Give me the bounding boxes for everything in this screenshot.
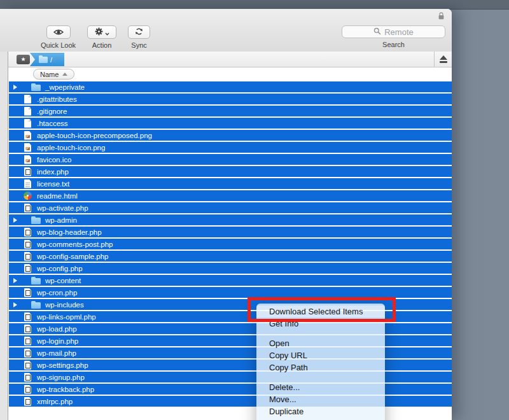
table-row[interactable]: wp-load.php: [9, 323, 452, 334]
disclosure-triangle-icon[interactable]: [13, 85, 25, 90]
table-row[interactable]: wp-mail.php: [9, 347, 452, 358]
table-row[interactable]: wp-config-sample.php: [9, 251, 452, 262]
image-icon: [22, 155, 33, 165]
table-row[interactable]: .gitattributes: [9, 94, 452, 104]
folder-icon: [31, 276, 41, 286]
file-name: wp-trackback.php: [37, 386, 94, 393]
menu-item-open[interactable]: Open: [256, 337, 385, 349]
php-icon: [22, 372, 33, 382]
table-row[interactable]: wp-links-opml.php: [9, 311, 452, 322]
menu-item-download-selected-items[interactable]: Download Selected Items: [256, 305, 385, 318]
file-name: wp-includes: [45, 301, 84, 309]
menu-item-copy-path[interactable]: Copy Path: [256, 361, 385, 374]
main-pane: ★ / Name _wpeprivate.gi: [8, 52, 452, 420]
column-header-name[interactable]: Name: [33, 69, 74, 80]
toolbar-button-group: Quick Look Action: [41, 25, 150, 49]
menu-item-get-info[interactable]: Get Info: [256, 318, 385, 330]
table-row[interactable]: wp-cron.php: [9, 287, 452, 298]
table-row[interactable]: license.txt: [9, 178, 452, 189]
disclosure-triangle-icon[interactable]: [13, 218, 25, 223]
sync-button[interactable]: [128, 25, 150, 39]
column-header-label: Name: [40, 71, 59, 78]
table-row[interactable]: .gitignore: [9, 106, 452, 116]
html-icon: [22, 191, 33, 201]
search-area: Remote Search: [342, 25, 445, 48]
file-name: wp-settings.php: [37, 361, 88, 369]
folder-icon: [31, 82, 41, 92]
php-icon: [22, 360, 33, 370]
star-icon: ★: [20, 56, 25, 62]
table-row[interactable]: wp-trackback.php: [9, 384, 452, 395]
quick-look-label: Quick Look: [41, 41, 76, 49]
sort-ascending-icon: [62, 73, 67, 76]
table-row[interactable]: wp-signup.php: [9, 372, 452, 382]
table-row[interactable]: wp-includes: [9, 299, 452, 310]
magnifier-icon: [373, 26, 381, 38]
php-icon: [22, 203, 33, 213]
php-icon: [22, 251, 33, 262]
php-icon: [22, 348, 33, 358]
php-icon: [22, 384, 33, 395]
table-row[interactable]: favicon.ico: [9, 154, 452, 165]
php-icon: [22, 336, 33, 346]
file-name: wp-mail.php: [37, 349, 76, 357]
search-label: Search: [382, 41, 405, 48]
file-name: wp-comments-post.php: [37, 241, 113, 248]
table-row[interactable]: _wpeprivate: [9, 81, 452, 92]
sync-item: Sync: [128, 25, 150, 49]
gear-icon: [95, 27, 103, 38]
eject-button[interactable]: [434, 52, 452, 67]
action-label: Action: [92, 41, 112, 49]
txt-icon: [22, 179, 33, 189]
file-name: wp-login.php: [37, 337, 78, 345]
table-row[interactable]: wp-activate.php: [9, 202, 452, 213]
file-name: .htaccess: [37, 120, 68, 127]
table-row[interactable]: apple-touch-icon.png: [9, 142, 452, 153]
file-name: wp-blog-header.php: [37, 228, 102, 236]
sync-arrows-icon: [135, 27, 143, 38]
table-row[interactable]: xmlrpc.php: [9, 396, 452, 407]
table-row[interactable]: wp-admin: [9, 214, 452, 225]
php-icon: [22, 239, 33, 249]
menu-item-delete[interactable]: Delete...: [256, 381, 385, 393]
table-row[interactable]: wp-content: [9, 275, 452, 286]
menu-item-move[interactable]: Move...: [256, 393, 385, 405]
screen: Quick Look Action: [0, 0, 509, 420]
php-icon: [22, 396, 33, 407]
table-row[interactable]: apple-touch-icon-precomposed.png: [9, 130, 452, 141]
disclosure-triangle-icon[interactable]: [13, 302, 25, 307]
menu-item-copy-url[interactable]: Copy URL: [256, 349, 385, 361]
quick-look-item: Quick Look: [41, 25, 76, 49]
table-row[interactable]: wp-comments-post.php: [9, 239, 452, 249]
eject-icon: [440, 55, 447, 63]
quick-look-button[interactable]: [46, 25, 71, 39]
table-row[interactable]: wp-config.php: [9, 263, 452, 274]
file-name: readme.html: [37, 192, 78, 200]
table-row[interactable]: wp-login.php: [9, 335, 452, 346]
breadcrumb-root[interactable]: /: [30, 53, 64, 66]
file-name: wp-signup.php: [37, 374, 85, 381]
context-menu: Download Selected Items Get Info Open Co…: [256, 304, 385, 420]
image-icon: [22, 130, 33, 141]
table-row[interactable]: index.php: [9, 166, 452, 177]
table-row[interactable]: .htaccess: [9, 118, 452, 129]
favorites-button[interactable]: ★: [17, 55, 30, 64]
action-button[interactable]: [87, 25, 116, 39]
table-row[interactable]: wp-blog-header.php: [9, 227, 452, 237]
search-input[interactable]: Remote: [342, 25, 445, 38]
table-row[interactable]: readme.html: [9, 190, 452, 201]
top-window-edge-strip: [0, 0, 509, 10]
path-bar: ★ /: [8, 52, 452, 67]
file-name: wp-links-opml.php: [37, 313, 96, 321]
sync-label: Sync: [131, 41, 146, 49]
php-icon: [22, 288, 33, 298]
file-name: wp-admin: [45, 216, 77, 224]
file-icon: [22, 94, 33, 104]
php-icon: [22, 227, 33, 237]
folder-icon: [39, 57, 48, 63]
menu-item-duplicate[interactable]: Duplicate: [256, 405, 385, 417]
file-name: wp-load.php: [37, 325, 77, 333]
disclosure-triangle-icon[interactable]: [13, 278, 25, 283]
folder-icon: [31, 300, 41, 310]
table-row[interactable]: wp-settings.php: [9, 360, 452, 370]
